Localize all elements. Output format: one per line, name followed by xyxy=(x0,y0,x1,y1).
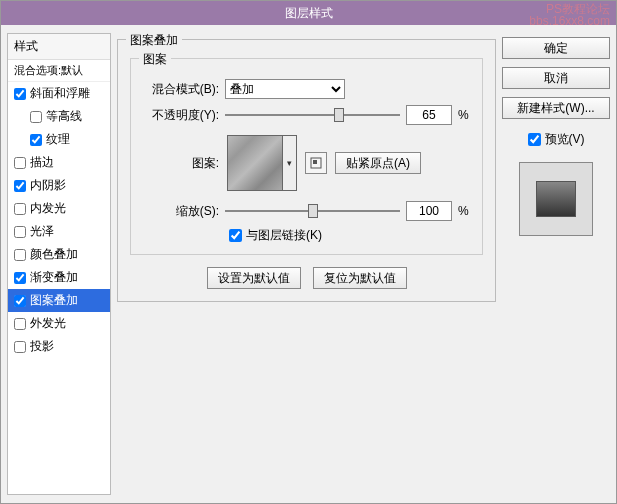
style-checkbox-4[interactable] xyxy=(14,180,26,192)
style-checkbox-10[interactable] xyxy=(14,318,26,330)
blend-mode-select[interactable]: 叠加 xyxy=(225,79,345,99)
settings-panel: 图案叠加 图案 混合模式(B): 叠加 不透明度(Y): xyxy=(117,33,496,495)
link-layer-row: 与图层链接(K) xyxy=(229,227,472,244)
style-label: 光泽 xyxy=(30,223,54,240)
style-label: 描边 xyxy=(30,154,54,171)
style-item-0[interactable]: 斜面和浮雕 xyxy=(8,82,110,105)
new-pattern-button[interactable] xyxy=(305,152,327,174)
style-label: 等高线 xyxy=(46,108,82,125)
style-checkbox-6[interactable] xyxy=(14,226,26,238)
defaults-button-row: 设置为默认值 复位为默认值 xyxy=(130,267,483,289)
style-label: 斜面和浮雕 xyxy=(30,85,90,102)
style-label: 渐变叠加 xyxy=(30,269,78,286)
content-area: 样式 混合选项:默认 斜面和浮雕等高线纹理描边内阴影内发光光泽颜色叠加渐变叠加图… xyxy=(1,25,616,503)
svg-rect-1 xyxy=(313,160,317,164)
blend-mode-label: 混合模式(B): xyxy=(141,81,219,98)
reset-default-button[interactable]: 复位为默认值 xyxy=(313,267,407,289)
style-label: 颜色叠加 xyxy=(30,246,78,263)
new-preset-icon xyxy=(310,157,322,169)
style-label: 投影 xyxy=(30,338,54,355)
opacity-slider[interactable] xyxy=(225,106,400,124)
style-checkbox-3[interactable] xyxy=(14,157,26,169)
styles-panel: 样式 混合选项:默认 斜面和浮雕等高线纹理描边内阴影内发光光泽颜色叠加渐变叠加图… xyxy=(7,33,111,495)
blend-mode-row: 混合模式(B): 叠加 xyxy=(141,79,472,99)
titlebar: 图层样式 xyxy=(1,1,616,25)
style-checkbox-2[interactable] xyxy=(30,134,42,146)
inner-legend: 图案 xyxy=(139,51,171,68)
scale-pct: % xyxy=(458,204,472,218)
snap-origin-button[interactable]: 贴紧原点(A) xyxy=(335,152,421,174)
style-item-9[interactable]: 图案叠加 xyxy=(8,289,110,312)
scale-slider-thumb[interactable] xyxy=(308,204,318,218)
new-style-button[interactable]: 新建样式(W)... xyxy=(502,97,610,119)
scale-slider[interactable] xyxy=(225,202,400,220)
style-item-11[interactable]: 投影 xyxy=(8,335,110,358)
style-checkbox-0[interactable] xyxy=(14,88,26,100)
style-item-2[interactable]: 纹理 xyxy=(8,128,110,151)
pattern-overlay-group: 图案叠加 图案 混合模式(B): 叠加 不透明度(Y): xyxy=(117,39,496,302)
pattern-label: 图案: xyxy=(171,155,219,172)
ok-button[interactable]: 确定 xyxy=(502,37,610,59)
opacity-row: 不透明度(Y): % xyxy=(141,105,472,125)
group-legend: 图案叠加 xyxy=(126,32,182,49)
right-panel: 确定 取消 新建样式(W)... 预览(V) xyxy=(502,33,610,495)
pattern-inner-group: 图案 混合模式(B): 叠加 不透明度(Y): xyxy=(130,58,483,255)
style-item-10[interactable]: 外发光 xyxy=(8,312,110,335)
style-label: 内发光 xyxy=(30,200,66,217)
style-checkbox-1[interactable] xyxy=(30,111,42,123)
preview-inner xyxy=(536,181,576,217)
link-layer-checkbox[interactable] xyxy=(229,229,242,242)
pattern-dropdown-icon[interactable] xyxy=(283,135,297,191)
style-item-4[interactable]: 内阴影 xyxy=(8,174,110,197)
opacity-slider-thumb[interactable] xyxy=(334,108,344,122)
scale-row: 缩放(S): % xyxy=(141,201,472,221)
style-checkbox-7[interactable] xyxy=(14,249,26,261)
style-label: 内阴影 xyxy=(30,177,66,194)
pattern-thumbnail[interactable] xyxy=(227,135,283,191)
style-label: 图案叠加 xyxy=(30,292,78,309)
preview-thumbnail xyxy=(519,162,593,236)
style-item-7[interactable]: 颜色叠加 xyxy=(8,243,110,266)
scale-input[interactable] xyxy=(406,201,452,221)
link-layer-label[interactable]: 与图层链接(K) xyxy=(246,227,322,244)
scale-label: 缩放(S): xyxy=(141,203,219,220)
cancel-button[interactable]: 取消 xyxy=(502,67,610,89)
preview-row: 预览(V) xyxy=(502,131,610,148)
styles-list: 斜面和浮雕等高线纹理描边内阴影内发光光泽颜色叠加渐变叠加图案叠加外发光投影 xyxy=(8,82,110,358)
style-checkbox-9[interactable] xyxy=(14,295,26,307)
style-label: 纹理 xyxy=(46,131,70,148)
dialog-title: 图层样式 xyxy=(285,6,333,20)
pattern-row: 图案: 贴紧原点(A) xyxy=(171,135,472,191)
style-item-3[interactable]: 描边 xyxy=(8,151,110,174)
opacity-input[interactable] xyxy=(406,105,452,125)
preview-checkbox[interactable] xyxy=(528,133,541,146)
blend-options-row[interactable]: 混合选项:默认 xyxy=(8,60,110,82)
preview-label[interactable]: 预览(V) xyxy=(545,131,585,148)
layer-style-dialog: 图层样式 PS教程论坛 bbs.16xx8.com 样式 混合选项:默认 斜面和… xyxy=(0,0,617,504)
opacity-label: 不透明度(Y): xyxy=(141,107,219,124)
style-item-8[interactable]: 渐变叠加 xyxy=(8,266,110,289)
style-item-6[interactable]: 光泽 xyxy=(8,220,110,243)
make-default-button[interactable]: 设置为默认值 xyxy=(207,267,301,289)
style-checkbox-11[interactable] xyxy=(14,341,26,353)
styles-header[interactable]: 样式 xyxy=(8,34,110,60)
style-item-5[interactable]: 内发光 xyxy=(8,197,110,220)
opacity-pct: % xyxy=(458,108,472,122)
style-item-1[interactable]: 等高线 xyxy=(8,105,110,128)
style-checkbox-5[interactable] xyxy=(14,203,26,215)
style-checkbox-8[interactable] xyxy=(14,272,26,284)
style-label: 外发光 xyxy=(30,315,66,332)
